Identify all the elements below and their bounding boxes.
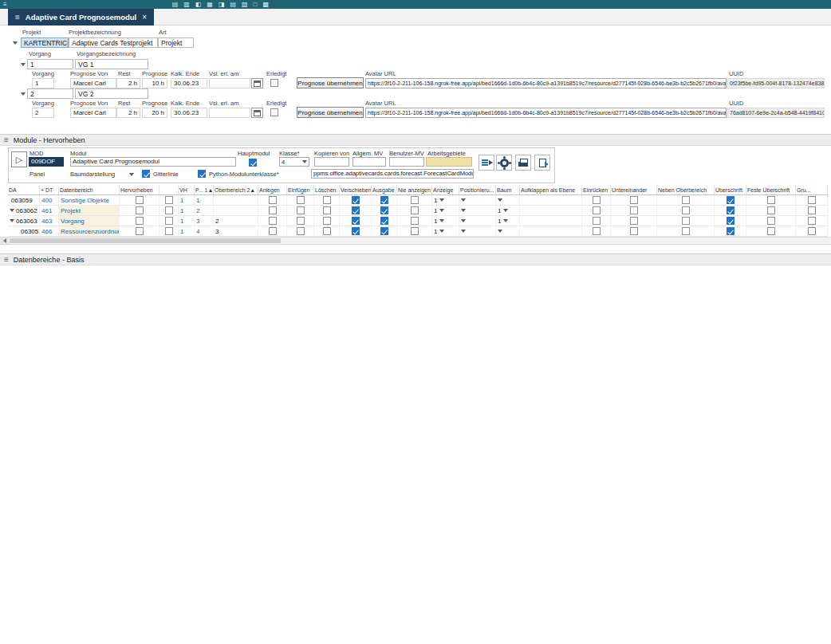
column-header[interactable]: Einrücken: [582, 185, 611, 194]
ausgabe-checkbox[interactable]: [380, 206, 388, 214]
column-header[interactable]: Datenbereich: [59, 185, 120, 194]
uuid-field[interactable]: 0f23f5be-fd95-004f-8178-132474e8386e: [727, 78, 825, 88]
project-art-cell[interactable]: Projekt: [158, 37, 194, 48]
column-header[interactable]: Anzeige: [432, 185, 459, 194]
task-expander-icon[interactable]: [21, 63, 26, 66]
gru-checkbox[interactable]: [808, 206, 816, 214]
tab-adaptive-card-prognosemodul[interactable]: ≡ Adaptive Card Prognosemodul ×: [8, 9, 154, 26]
ueberschrift-checkbox[interactable]: [727, 217, 735, 225]
column-header[interactable]: Nie anzeigen: [397, 185, 432, 194]
area-id[interactable]: 063057: [8, 226, 40, 236]
untereinander-checkbox[interactable]: [630, 227, 638, 235]
hauptmodul-checkbox[interactable]: [249, 159, 257, 167]
module-list-button[interactable]: [479, 155, 494, 171]
scroll-left-button[interactable]: [0, 238, 9, 244]
c2-checkbox[interactable]: [165, 227, 173, 235]
task-name-cell[interactable]: VG 2: [75, 88, 148, 99]
column-header[interactable]: Positionieru...: [459, 185, 496, 194]
column-header[interactable]: [160, 185, 179, 194]
kalk-ende-value[interactable]: 30.06.23: [171, 108, 207, 118]
kalk-ende-value[interactable]: 30.06.23: [171, 78, 207, 88]
avatar-url-field[interactable]: https://3f10-2-211-106-158.ngrok-free.ap…: [365, 108, 727, 118]
column-header[interactable]: Untereinander: [611, 185, 657, 194]
horizontal-scrollbar[interactable]: [0, 237, 831, 245]
toolbar-icon-panel-left[interactable]: ◧: [195, 1, 202, 8]
nie-checkbox[interactable]: [411, 206, 419, 214]
loeschen-checkbox[interactable]: [323, 217, 331, 225]
feste-checkbox[interactable]: [767, 217, 775, 225]
scrollbar-thumb[interactable]: [10, 238, 281, 243]
allgem-mv-field[interactable]: [352, 157, 386, 167]
ausgabe-checkbox[interactable]: [380, 196, 388, 204]
python-class-field[interactable]: ppms.office.adaptivecards.cards.forecast…: [311, 169, 474, 179]
verschieben-checkbox[interactable]: [352, 206, 360, 214]
ueberschrift-checkbox[interactable]: [727, 227, 735, 235]
benutzer-mv-field[interactable]: [389, 157, 424, 167]
neben-checkbox[interactable]: [682, 206, 690, 214]
accept-forecast-button[interactable]: Prognose übernehmen: [297, 107, 364, 118]
project-expander-icon[interactable]: [13, 41, 18, 45]
einruecken-checkbox[interactable]: [593, 196, 601, 204]
hervorheben-checkbox[interactable]: [136, 227, 144, 235]
einruecken-checkbox[interactable]: [593, 217, 601, 225]
column-header[interactable]: Baum: [496, 185, 520, 194]
print-button[interactable]: [515, 155, 531, 171]
tab-menu-icon[interactable]: ≡: [15, 13, 20, 22]
feste-checkbox[interactable]: [767, 196, 775, 204]
baumdarstellung-dropdown-icon[interactable]: [129, 173, 134, 176]
baum-dropdown[interactable]: 1: [498, 207, 508, 214]
neben-checkbox[interactable]: [682, 196, 690, 204]
ueberschrift-checkbox[interactable]: [727, 196, 735, 204]
prognose-von-value[interactable]: Marcel Carl: [70, 108, 116, 118]
expand-toggle-icon[interactable]: [10, 219, 14, 222]
nie-checkbox[interactable]: [411, 196, 419, 204]
erledigt-checkbox[interactable]: [270, 79, 278, 87]
verschieben-checkbox[interactable]: [352, 217, 360, 225]
baum-dropdown[interactable]: [498, 198, 502, 202]
verschieben-checkbox[interactable]: [352, 196, 360, 204]
ueberschrift-checkbox[interactable]: [727, 206, 735, 214]
untereinander-checkbox[interactable]: [630, 196, 638, 204]
loeschen-checkbox[interactable]: [323, 206, 331, 214]
column-header[interactable]: Hervorheben: [120, 185, 160, 194]
anlegen-checkbox[interactable]: [269, 196, 277, 204]
anzeige-dropdown[interactable]: 1: [434, 228, 444, 235]
pos-dropdown[interactable]: [461, 209, 466, 212]
column-header[interactable]: Aufklappen als Ebene: [520, 185, 582, 194]
einfuegen-checkbox[interactable]: [297, 227, 305, 235]
einfuegen-checkbox[interactable]: [297, 206, 305, 214]
pos-dropdown[interactable]: [461, 198, 466, 202]
mod-id-field[interactable]: 009DOF: [29, 157, 64, 167]
baum-dropdown[interactable]: 1: [498, 218, 508, 225]
python-unterklasse-checkbox[interactable]: [198, 170, 206, 178]
c2-checkbox[interactable]: [165, 206, 173, 214]
anlegen-checkbox[interactable]: [269, 227, 277, 235]
column-header[interactable]: VH: [179, 185, 195, 194]
export-button[interactable]: [534, 155, 550, 171]
anzeige-dropdown[interactable]: 1: [434, 218, 444, 225]
calendar-button[interactable]: [251, 78, 263, 88]
toolbar-icon-window[interactable]: □: [254, 1, 258, 8]
einfuegen-checkbox[interactable]: [297, 217, 305, 225]
column-header[interactable]: Verschieben: [340, 185, 372, 194]
section-menu-icon[interactable]: ≡: [4, 135, 9, 144]
task-nr-cell[interactable]: 2: [27, 88, 73, 99]
project-id-cell[interactable]: KARTENTRICKS: [21, 37, 69, 48]
anlegen-checkbox[interactable]: [269, 217, 277, 225]
column-header[interactable]: Oberbereich 2▲: [214, 185, 258, 194]
module-name-field[interactable]: Adaptive Card Prognosemodul: [70, 157, 236, 167]
gitterlinie-checkbox[interactable]: [142, 170, 150, 178]
uuid-field[interactable]: 76ad8107-6e9e-2c4a-b548-4419f84105e1: [727, 108, 825, 118]
klasse-dropdown[interactable]: 4: [279, 157, 309, 167]
task-name-cell[interactable]: VG 1: [75, 59, 148, 69]
kopieren-von-field[interactable]: [314, 157, 349, 167]
loeschen-checkbox[interactable]: [323, 227, 331, 235]
section-menu-icon[interactable]: ≡: [4, 255, 9, 264]
c2-checkbox[interactable]: [165, 217, 173, 225]
rest-value[interactable]: 2 h: [116, 78, 140, 88]
avatar-url-field[interactable]: https://3f10-2-211-106-158.ngrok-free.ap…: [365, 78, 727, 88]
menu-icon[interactable]: ≡: [3, 1, 7, 8]
verschieben-checkbox[interactable]: [352, 227, 360, 235]
run-module-button[interactable]: ▷: [11, 151, 27, 167]
arbeitsgebiete-field[interactable]: [426, 157, 472, 167]
